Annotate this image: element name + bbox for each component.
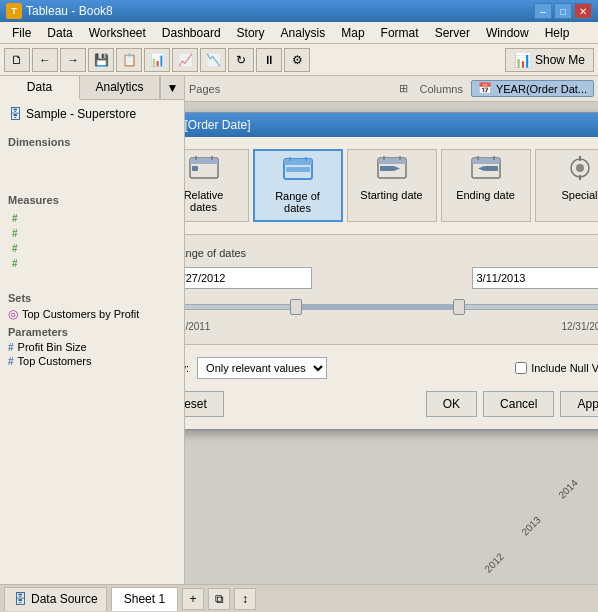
toolbar-forward[interactable]: → (60, 48, 86, 72)
min-date-input[interactable] (185, 267, 312, 289)
columns-tag[interactable]: 📅 YEAR(Order Dat... (471, 80, 594, 97)
svg-marker-20 (478, 166, 484, 171)
data-source-tab[interactable]: 🗄 Data Source (4, 587, 107, 611)
toolbar-back[interactable]: ← (32, 48, 58, 72)
menu-server[interactable]: Server (427, 24, 478, 42)
show-me-button[interactable]: 📊 Show Me (505, 48, 594, 72)
param-field-1[interactable]: # Profit Bin Size (4, 340, 180, 354)
close-button[interactable]: ✕ (574, 3, 592, 19)
duplicate-sheet-button[interactable]: ⧉ (208, 588, 230, 610)
data-source-label: Data Source (31, 592, 98, 606)
svg-rect-11 (378, 158, 406, 164)
measure-field-3[interactable]: # (8, 242, 176, 255)
special-label: Special (561, 189, 597, 201)
add-sheet-button[interactable]: + (182, 588, 204, 610)
window-title: Tableau - Book8 (26, 4, 113, 18)
toolbar-refresh[interactable]: ↻ (228, 48, 254, 72)
menu-window[interactable]: Window (478, 24, 537, 42)
bottom-bar: 🗄 Data Source Sheet 1 + ⧉ ↕ (0, 584, 598, 612)
toolbar-new[interactable]: 🗋 (4, 48, 30, 72)
menu-dashboard[interactable]: Dashboard (154, 24, 229, 42)
toolbar-pause[interactable]: ⏸ (256, 48, 282, 72)
measure-field-2[interactable]: # (8, 227, 176, 240)
filter-dialog: Filter [Order Date] ✕ (185, 112, 598, 430)
toolbar-chart2[interactable]: 📈 (172, 48, 198, 72)
title-bar-left: T Tableau - Book8 (6, 3, 113, 19)
dialog-btn-right: OK Cancel Apply (426, 391, 598, 417)
slider-max-date: 12/31/2014 (561, 321, 598, 332)
sets-item-1[interactable]: ◎ Top Customers by Profit (4, 306, 180, 322)
show-select[interactable]: Only relevant values All values (197, 357, 327, 379)
filter-tab-relative[interactable]: Relative dates (185, 149, 249, 222)
dialog-title-bar: Filter [Order Date] ✕ (185, 113, 598, 137)
filter-tab-special[interactable]: Special (535, 149, 599, 222)
sort-sheet-button[interactable]: ↕ (234, 588, 256, 610)
app-icon: T (6, 3, 22, 19)
menu-map[interactable]: Map (333, 24, 372, 42)
toolbar-settings[interactable]: ⚙ (284, 48, 310, 72)
apply-button[interactable]: Apply (560, 391, 598, 417)
slider-range (295, 304, 458, 310)
menu-format[interactable]: Format (373, 24, 427, 42)
menu-help[interactable]: Help (537, 24, 578, 42)
measure-icon-1: # (12, 213, 18, 224)
title-bar: T Tableau - Book8 – □ ✕ (0, 0, 598, 22)
param-icon-1: # (8, 342, 14, 353)
svg-rect-6 (284, 159, 312, 165)
menu-analysis[interactable]: Analysis (273, 24, 334, 42)
columns-text: Columns (420, 83, 463, 95)
relative-dates-icon (188, 156, 220, 185)
relative-dates-label: Relative dates (185, 189, 238, 213)
data-source-icon: 🗄 (13, 591, 27, 607)
maximize-button[interactable]: □ (554, 3, 572, 19)
dialog-overlay: Filter [Order Date] ✕ (185, 102, 598, 584)
measure-icon-3: # (12, 243, 18, 254)
null-values-check[interactable]: Include Null Values (515, 362, 598, 374)
sets-icon: ◎ (8, 307, 18, 321)
range-dates-icon (282, 157, 314, 186)
null-checkbox[interactable] (515, 362, 527, 374)
sidebar-menu-button[interactable]: ▼ (160, 76, 184, 99)
pages-label: Pages (189, 83, 220, 95)
menu-story[interactable]: Story (229, 24, 273, 42)
filter-tab-range[interactable]: Range of dates (253, 149, 343, 222)
slider-max-thumb[interactable] (453, 299, 465, 315)
ending-date-label: Ending date (456, 189, 515, 201)
toolbar-copy[interactable]: 📋 (116, 48, 142, 72)
reset-button[interactable]: Reset (185, 391, 224, 417)
toolbar-save[interactable]: 💾 (88, 48, 114, 72)
filter-tab-ending[interactable]: Ending date (441, 149, 531, 222)
dialog-body: Relative dates Range of dates (185, 137, 598, 429)
title-bar-controls[interactable]: – □ ✕ (534, 3, 592, 19)
minimize-button[interactable]: – (534, 3, 552, 19)
menu-worksheet[interactable]: Worksheet (81, 24, 154, 42)
max-date-input[interactable] (472, 267, 599, 289)
data-source-item[interactable]: 🗄 Sample - Superstore (4, 104, 180, 124)
menu-data[interactable]: Data (39, 24, 80, 42)
param-field-2[interactable]: # Top Customers (4, 354, 180, 368)
ending-date-icon (470, 156, 502, 185)
special-icon (564, 156, 596, 185)
shelf-row: Pages ⊞ Columns 📅 YEAR(Order Dat... (185, 76, 598, 102)
svg-rect-14 (380, 166, 394, 171)
dimensions-label: Dimensions (4, 132, 180, 150)
slider-min-date: 1/4/2011 (185, 321, 210, 332)
slider-min-thumb[interactable] (290, 299, 302, 315)
show-me-label: Show Me (535, 53, 585, 67)
null-label: Include Null Values (531, 362, 598, 374)
sidebar-tab-data[interactable]: Data (0, 76, 80, 100)
filter-tab-starting[interactable]: Starting date (347, 149, 437, 222)
ok-button[interactable]: OK (426, 391, 477, 417)
sets-section-label: Sets (4, 288, 180, 306)
sheet1-tab[interactable]: Sheet 1 (111, 587, 178, 611)
date-slider[interactable] (185, 297, 598, 317)
sidebar-content: 🗄 Sample - Superstore Dimensions Measure… (0, 100, 184, 372)
measure-field-4[interactable]: # (8, 257, 176, 270)
toolbar-chart1[interactable]: 📊 (144, 48, 170, 72)
measure-field-1[interactable]: # (8, 212, 176, 225)
menu-file[interactable]: File (4, 24, 39, 42)
cancel-button[interactable]: Cancel (483, 391, 554, 417)
svg-rect-21 (484, 166, 498, 171)
sidebar-tab-analytics[interactable]: Analytics (80, 76, 160, 99)
toolbar-chart3[interactable]: 📉 (200, 48, 226, 72)
